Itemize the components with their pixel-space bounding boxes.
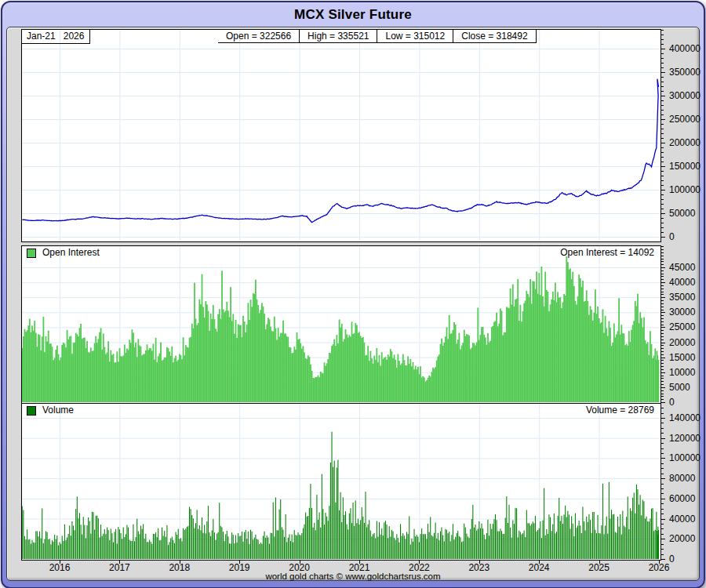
y-axis-tick-label: 0 xyxy=(669,231,675,242)
y-axis-minor-tick xyxy=(661,67,664,68)
y-axis-minor-tick xyxy=(661,91,664,92)
y-axis-major-tick xyxy=(661,237,665,238)
chart-content: Jan-212026 Open = 322566High = 335521Low… xyxy=(6,27,700,581)
y-axis-tick-label: 120000 xyxy=(669,433,701,444)
y-axis-minor-tick xyxy=(661,77,664,78)
y-axis-minor-tick xyxy=(661,448,664,449)
y-axis-tick-label: 15000 xyxy=(669,352,695,363)
y-axis-minor-tick xyxy=(661,256,664,256)
y-axis-minor-tick xyxy=(661,376,664,376)
screenshot-stage: MCX Silver Future Jan-212026 Open = 3225… xyxy=(0,0,706,588)
y-axis-minor-tick xyxy=(661,185,664,186)
y-axis-tick-label: 140000 xyxy=(669,412,701,423)
y-axis-minor-tick xyxy=(661,157,664,158)
y-axis-tick-label: 25000 xyxy=(669,321,695,332)
year-label: 2026 xyxy=(64,31,85,42)
y-axis-minor-tick xyxy=(661,310,664,310)
y-axis-major-tick xyxy=(661,72,665,73)
y-axis-minor-tick xyxy=(661,276,664,277)
y-axis-minor-tick xyxy=(661,484,664,485)
y-axis-minor-tick xyxy=(661,348,664,349)
y-axis-minor-tick xyxy=(661,514,664,514)
y-axis-minor-tick xyxy=(661,544,664,545)
y-axis-minor-tick xyxy=(661,176,664,176)
y-axis-minor-tick xyxy=(661,63,664,64)
y-axis-minor-tick xyxy=(661,162,664,162)
y-axis-minor-tick xyxy=(661,509,664,510)
y-axis-minor-tick xyxy=(661,453,664,454)
y-axis-minor-tick xyxy=(661,259,664,260)
y-axis-minor-tick xyxy=(661,396,664,397)
y-axis-minor-tick xyxy=(661,321,664,322)
y-axis-minor-tick xyxy=(661,124,664,125)
x-axis-tick xyxy=(599,561,600,564)
y-axis-minor-tick xyxy=(661,223,664,223)
open-interest-legend-label: Open Interest xyxy=(42,247,100,258)
y-axis-minor-tick xyxy=(661,339,664,340)
y-axis-minor-tick xyxy=(661,333,664,334)
y-axis-minor-tick xyxy=(661,86,664,87)
x-axis-tick xyxy=(479,561,480,564)
y-axis-tick-label: 30000 xyxy=(669,307,695,318)
y-axis-major-tick xyxy=(661,282,665,283)
y-axis-minor-tick xyxy=(661,292,664,292)
y-axis-minor-tick xyxy=(661,147,664,148)
y-axis-major-tick xyxy=(661,372,665,373)
y-axis-major-tick xyxy=(661,166,665,167)
y-axis-minor-tick xyxy=(661,423,664,423)
open-interest-value-label: Open Interest = 14092 xyxy=(560,247,654,258)
y-axis-minor-tick xyxy=(661,381,664,382)
y-axis-minor-tick xyxy=(661,503,664,504)
x-axis-tick xyxy=(300,561,300,564)
y-axis-minor-tick xyxy=(661,408,664,408)
y-axis-tick-label: 200000 xyxy=(669,137,701,148)
y-axis-tick-label: 40000 xyxy=(669,277,695,288)
y-axis-minor-tick xyxy=(661,261,664,262)
window-frame: MCX Silver Future Jan-212026 Open = 3225… xyxy=(1,1,705,588)
y-axis-minor-tick xyxy=(661,274,664,274)
x-axis-tick xyxy=(539,561,540,564)
y-axis-minor-tick xyxy=(661,194,664,195)
y-axis-minor-tick xyxy=(661,554,664,555)
volume-chart-svg xyxy=(22,404,661,560)
y-axis-minor-tick xyxy=(661,30,664,31)
y-axis-minor-tick xyxy=(661,345,664,346)
y-axis-minor-tick xyxy=(661,394,664,394)
y-axis-minor-tick xyxy=(661,138,664,139)
y-axis-minor-tick xyxy=(661,246,664,247)
y-axis-major-tick xyxy=(661,96,665,96)
y-axis-tick-label: 35000 xyxy=(669,292,695,303)
volume-value-label: Volume = 28769 xyxy=(586,405,654,416)
volume-legend-swatch-icon xyxy=(27,406,36,416)
y-axis-minor-tick xyxy=(661,463,664,464)
y-axis-minor-tick xyxy=(661,366,664,367)
y-axis-major-tick xyxy=(661,343,665,343)
y-axis-tick-label: 10000 xyxy=(669,367,695,378)
y-axis-minor-tick xyxy=(661,232,664,233)
y-axis-minor-tick xyxy=(661,152,664,153)
y-axis-minor-tick xyxy=(661,534,664,535)
y-axis-major-tick xyxy=(661,143,665,143)
y-axis-minor-tick xyxy=(661,413,664,414)
y-axis-minor-tick xyxy=(661,180,664,181)
ohlc-stat: High = 335521 xyxy=(300,30,377,42)
open-interest-chart-svg xyxy=(22,246,661,403)
y-axis-minor-tick xyxy=(661,336,664,337)
y-axis-minor-tick xyxy=(661,443,664,444)
y-axis-minor-tick xyxy=(661,468,664,469)
y-axis-minor-tick xyxy=(661,39,664,40)
y-axis-minor-tick xyxy=(661,285,664,286)
y-axis-minor-tick xyxy=(661,171,664,172)
y-axis-tick-label: 20000 xyxy=(669,533,695,544)
y-axis-minor-tick xyxy=(661,82,664,82)
y-axis-tick-label: 45000 xyxy=(669,262,695,273)
y-axis-minor-tick xyxy=(661,330,664,331)
y-axis-tick-label: 80000 xyxy=(669,473,695,484)
y-axis-minor-tick xyxy=(661,110,664,111)
y-axis-major-tick xyxy=(661,539,665,539)
last-date-cell: Jan-212026 xyxy=(22,30,90,44)
y-axis-minor-tick xyxy=(661,315,664,316)
y-axis-minor-tick xyxy=(661,378,664,379)
y-axis-minor-tick xyxy=(661,264,664,265)
y-axis-minor-tick xyxy=(661,44,664,45)
